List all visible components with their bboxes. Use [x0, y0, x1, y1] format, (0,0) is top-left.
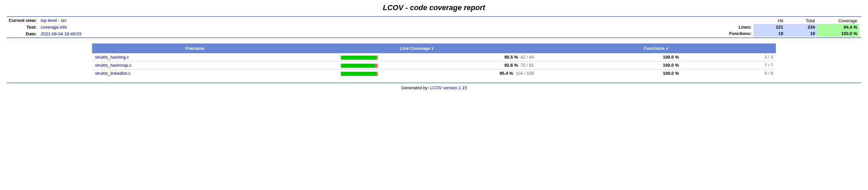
- coverage-bar: [341, 56, 378, 60]
- functions-hit: 19: [753, 30, 785, 37]
- lines-label: Lines:: [712, 24, 753, 30]
- stats-area: Hit Total Coverage Lines: 221 234 94.4 %…: [710, 17, 861, 38]
- func-pct-cell: 100.0 %: [536, 61, 682, 70]
- date-label: Date:: [7, 31, 39, 38]
- functions-coverage: 100.0 %: [817, 30, 859, 37]
- lines-total: 234: [785, 24, 817, 30]
- col-functions-label: Functions: [644, 46, 664, 51]
- filename-link[interactable]: strukts_hashmap.c: [95, 63, 132, 68]
- table-row: strukts_hashmap.c92.6 % 75 / 81100.0 %7 …: [92, 61, 776, 70]
- current-view-value: top level - src: [39, 17, 710, 24]
- filename-link[interactable]: strukts_hashing.c: [95, 55, 129, 60]
- current-view-suffix: - src: [57, 18, 67, 23]
- functions-label: Functions:: [712, 30, 753, 37]
- table-row: strukts_linkedlist.c95.4 % 104 / 109100.…: [92, 70, 776, 78]
- lcov-link[interactable]: LCOV version 1.15: [430, 85, 467, 90]
- filename-cell: strukts_hashing.c: [92, 53, 298, 61]
- linecoverage-sort-icon: ⇕: [431, 47, 434, 51]
- func-fraction-cell: 9 / 9: [681, 70, 776, 78]
- hit-header: Hit: [753, 18, 785, 24]
- func-pct-cell: 100.0 %: [536, 70, 682, 78]
- footer-text: Generated by:: [401, 85, 430, 90]
- filename-cell: strukts_linkedlist.c: [92, 70, 298, 78]
- stats-table: Hit Total Coverage Lines: 221 234 94.4 %…: [712, 18, 859, 37]
- line-pct-cell: 95.4 % 104 / 109: [424, 70, 536, 78]
- test-value-link[interactable]: coverage.info: [41, 25, 67, 30]
- coverage-bar: [341, 72, 378, 76]
- col-header-functions[interactable]: Functions⇕: [536, 44, 776, 53]
- total-header: Total: [785, 18, 817, 24]
- line-pct-cell: 95.5 % 42 / 44: [424, 53, 536, 61]
- table-row: strukts_hashing.c95.5 % 42 / 44100.0 %3 …: [92, 53, 776, 61]
- page-title: LCOV - code coverage report: [7, 3, 861, 12]
- test-label: Test:: [7, 24, 39, 30]
- main-coverage-table: Filename Line Coverage⇕ Functions⇕ struk…: [92, 44, 776, 77]
- linecov-bar-cell: [297, 70, 424, 78]
- col-header-linecoverage[interactable]: Line Coverage⇕: [297, 44, 536, 53]
- linecov-bar-cell: [297, 61, 424, 70]
- footer: Generated by: LCOV version 1.15: [7, 83, 861, 90]
- test-value: coverage.info: [39, 24, 710, 30]
- info-stats-table: Current view: top level - src Hit Total …: [7, 16, 861, 38]
- func-fraction-cell: 3 / 3: [681, 53, 776, 61]
- filename-link[interactable]: strukts_linkedlist.c: [95, 71, 130, 76]
- linecov-bar-cell: [297, 53, 424, 61]
- coverage-bar: [341, 64, 378, 68]
- date-value-link[interactable]: 2021-08-04 18:49:03: [41, 31, 81, 36]
- col-header-filename[interactable]: Filename: [92, 44, 298, 53]
- current-view-label: Current view:: [7, 17, 39, 24]
- line-pct-cell: 92.6 % 75 / 81: [424, 61, 536, 70]
- functions-sort-icon: ⇕: [665, 47, 668, 51]
- col-linecoverage-label: Line Coverage: [400, 46, 430, 51]
- top-level-link[interactable]: top level: [41, 18, 57, 23]
- lines-hit: 221: [753, 24, 785, 30]
- func-pct-cell: 100.0 %: [536, 53, 682, 61]
- func-fraction-cell: 7 / 7: [681, 61, 776, 70]
- lines-coverage: 94.4 %: [817, 24, 859, 30]
- filename-cell: strukts_hashmap.c: [92, 61, 298, 70]
- functions-total: 19: [785, 30, 817, 37]
- coverage-header: Coverage: [817, 18, 859, 24]
- date-value: 2021-08-04 18:49:03: [39, 31, 710, 38]
